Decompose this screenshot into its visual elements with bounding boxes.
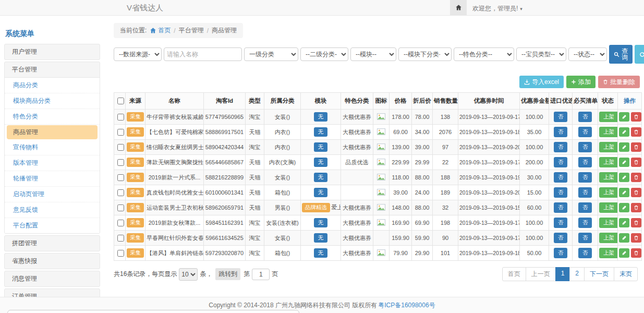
import-select-toggle[interactable]: 否 — [554, 172, 568, 183]
edit-button[interactable] — [619, 127, 629, 137]
edit-button[interactable] — [619, 158, 629, 167]
delete-button[interactable] — [631, 248, 641, 258]
sidebar-item[interactable]: 启动页管理 — [5, 187, 100, 202]
must-buy-toggle[interactable]: 否 — [578, 218, 592, 228]
row-checkbox[interactable] — [117, 159, 124, 166]
must-buy-toggle[interactable]: 否 — [578, 248, 592, 258]
row-checkbox[interactable] — [117, 204, 124, 211]
delete-button[interactable] — [631, 142, 641, 152]
row-checkbox[interactable] — [117, 174, 124, 181]
icp-link[interactable]: 粤ICP备16098006号 — [378, 301, 435, 310]
delete-button[interactable] — [631, 188, 641, 197]
must-buy-toggle[interactable]: 否 — [578, 202, 592, 213]
level1-category-select[interactable]: 一级分类 — [244, 47, 298, 61]
must-buy-toggle[interactable]: 否 — [578, 112, 592, 122]
status-button[interactable]: 上架 — [599, 157, 618, 167]
delete-button[interactable] — [631, 233, 641, 243]
sidebar-group[interactable]: 拼团管理 — [5, 236, 100, 251]
sidebar-item[interactable]: 版本管理 — [5, 155, 100, 171]
page-jump-input[interactable] — [252, 269, 270, 280]
must-buy-toggle[interactable]: 否 — [578, 142, 592, 152]
name-input[interactable] — [164, 47, 242, 61]
user-menu[interactable]: 欢迎您，管理员! ▾ — [472, 4, 523, 13]
status-button[interactable]: 上架 — [599, 127, 618, 137]
reset-button[interactable]: 重置 — [635, 45, 644, 64]
home-shortcut[interactable] — [450, 0, 467, 15]
import-select-toggle[interactable]: 否 — [554, 157, 568, 167]
sidebar-item[interactable]: 轮播管理 — [5, 171, 100, 187]
page-button[interactable]: 1 — [555, 267, 570, 281]
import-select-toggle[interactable]: 否 — [554, 112, 568, 122]
import-select-toggle[interactable]: 否 — [554, 202, 568, 213]
sidebar-item[interactable]: 商品管理 — [7, 125, 98, 139]
status-select[interactable]: --状态-- — [568, 47, 607, 61]
status-button[interactable]: 上架 — [599, 112, 618, 122]
page-button[interactable]: 2 — [569, 267, 585, 281]
delete-button[interactable] — [631, 127, 641, 137]
page-button[interactable]: 下一页 — [584, 267, 614, 281]
sidebar-item[interactable]: 平台配置 — [5, 218, 100, 233]
status-button[interactable]: 上架 — [599, 187, 618, 198]
status-button[interactable]: 上架 — [599, 142, 618, 152]
delete-button[interactable] — [631, 173, 641, 182]
import-select-toggle[interactable]: 否 — [554, 127, 568, 137]
item-type-select[interactable]: --宝贝类型-- — [516, 47, 566, 61]
edit-button[interactable] — [619, 233, 629, 243]
row-checkbox[interactable] — [117, 144, 124, 151]
status-button[interactable]: 上架 — [599, 248, 618, 258]
must-buy-toggle[interactable]: 否 — [578, 233, 592, 243]
import-select-toggle[interactable]: 否 — [554, 187, 568, 198]
breadcrumb-item[interactable]: 平台管理 — [179, 26, 204, 35]
edit-button[interactable] — [619, 112, 629, 122]
module-subcategory-select[interactable]: --模块下分类-- — [398, 47, 452, 61]
row-checkbox[interactable] — [117, 250, 124, 257]
row-checkbox[interactable] — [117, 189, 124, 196]
must-buy-toggle[interactable]: 否 — [578, 187, 592, 198]
edit-button[interactable] — [619, 173, 629, 182]
status-button[interactable]: 上架 — [599, 202, 618, 213]
status-button[interactable]: 上架 — [599, 172, 618, 183]
select-all-checkbox[interactable] — [117, 98, 124, 104]
row-checkbox[interactable] — [117, 235, 124, 242]
breadcrumb-home-link[interactable]: 首页 — [150, 26, 171, 35]
row-checkbox[interactable] — [117, 114, 124, 121]
sidebar-item[interactable]: 意见反馈 — [5, 202, 100, 218]
sidebar-group[interactable]: 省惠快报 — [5, 254, 100, 269]
page-button[interactable]: 首页 — [502, 267, 526, 281]
sidebar-group[interactable]: 平台管理 — [5, 62, 100, 77]
import-select-toggle[interactable]: 否 — [554, 248, 568, 258]
delete-button[interactable] — [631, 218, 641, 227]
row-checkbox[interactable] — [117, 129, 124, 136]
delete-button[interactable] — [631, 158, 641, 167]
sidebar-group[interactable]: 消息管理 — [5, 271, 100, 286]
batch-delete-button[interactable]: 批量删除 — [598, 76, 640, 88]
must-buy-toggle[interactable]: 否 — [578, 127, 592, 137]
import-excel-button[interactable]: 导入excel — [519, 76, 564, 88]
must-buy-toggle[interactable]: 否 — [578, 157, 592, 167]
delete-button[interactable] — [631, 112, 641, 122]
import-select-toggle[interactable]: 否 — [554, 218, 568, 228]
sidebar-item[interactable]: 商品分类 — [5, 78, 100, 93]
edit-button[interactable] — [619, 188, 629, 197]
delete-button[interactable] — [631, 203, 641, 212]
feature-category-select[interactable]: --特色分类-- — [454, 47, 514, 61]
edit-button[interactable] — [619, 142, 629, 152]
sidebar-item[interactable]: 模块商品分类 — [5, 93, 100, 109]
add-button[interactable]: 添加 — [566, 76, 596, 88]
must-buy-toggle[interactable]: 否 — [578, 172, 592, 183]
search-button[interactable]: 查询 — [609, 45, 633, 64]
level2-category-select[interactable]: --二级分类-- — [300, 47, 348, 61]
sidebar-item[interactable]: 特色分类 — [5, 109, 100, 125]
per-page-select[interactable]: 10 — [179, 268, 198, 281]
edit-button[interactable] — [619, 203, 629, 212]
sidebar-item[interactable]: 宣传物料 — [5, 140, 100, 155]
page-button[interactable]: 上一页 — [526, 267, 556, 281]
status-button[interactable]: 上架 — [599, 218, 618, 228]
jump-to-label[interactable]: 跳转到 — [215, 268, 240, 280]
edit-button[interactable] — [619, 218, 629, 227]
sidebar-group[interactable]: 用户管理 — [5, 44, 100, 59]
page-button[interactable]: 末页 — [614, 267, 638, 281]
data-source-select[interactable]: --数据来源-- — [114, 47, 162, 61]
status-button[interactable]: 上架 — [599, 233, 618, 243]
edit-button[interactable] — [619, 248, 629, 258]
